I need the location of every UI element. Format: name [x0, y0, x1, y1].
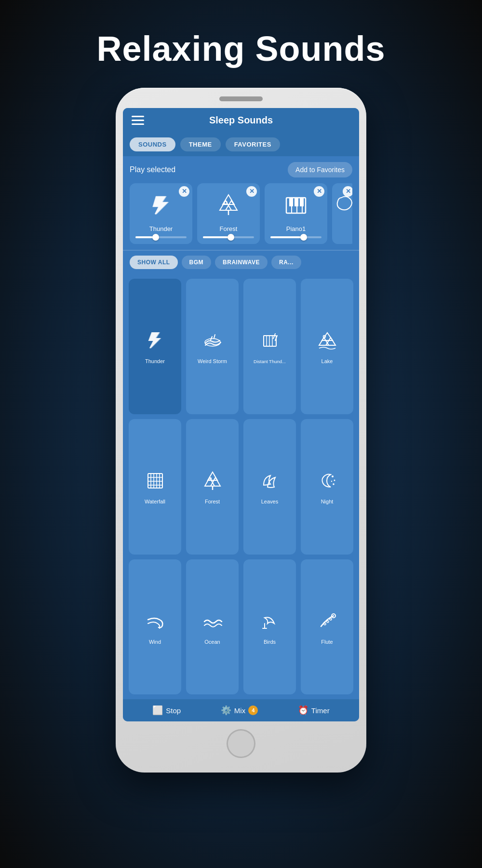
app-header: Sleep Sounds — [123, 108, 359, 133]
waterfall-tile-icon — [145, 471, 165, 495]
waterfall-tile-name: Waterfall — [145, 499, 165, 504]
app-title: Sleep Sounds — [209, 115, 273, 126]
lake-tile-name: Lake — [321, 358, 333, 364]
sound-tile-flute[interactable]: Flute — [301, 559, 353, 695]
weird-storm-tile-name: Weird Storm — [198, 358, 227, 364]
svg-rect-10 — [295, 198, 298, 206]
svg-point-34 — [332, 475, 334, 477]
birds-tile-icon — [260, 611, 280, 635]
tab-bar: SOUNDS THEME FAVORITES — [123, 133, 359, 156]
phone-speaker — [219, 96, 263, 101]
distant-thunder-tile-name: Distant Thund... — [254, 359, 286, 364]
forest-volume-slider[interactable] — [203, 236, 254, 238]
timer-label: Timer — [311, 706, 330, 715]
stop-icon: ⬜ — [152, 705, 163, 716]
partial-icon — [332, 193, 352, 221]
thunder-tile-name: Thunder — [145, 358, 165, 364]
category-bar: SHOW ALL BGM BRAINWAVE RA... — [123, 251, 359, 274]
distant-thunder-tile-icon — [260, 331, 280, 355]
tab-sounds[interactable]: SOUNDS — [130, 137, 175, 151]
selected-piano-card[interactable]: ✕ Piano1 — [265, 183, 327, 244]
sound-tile-weird-storm[interactable]: Weird Storm — [186, 279, 239, 414]
forest-name-selected: Forest — [220, 225, 238, 232]
selected-partial-card: ✕ — [332, 183, 352, 244]
cat-ra[interactable]: RA... — [271, 256, 301, 269]
svg-rect-21 — [148, 474, 162, 488]
mix-label: Mix — [234, 706, 245, 715]
play-selected-label: Play selected — [130, 165, 175, 174]
sound-tile-night[interactable]: Night — [301, 419, 353, 555]
selected-thunder-card[interactable]: ✕ Thunder — [130, 183, 192, 244]
tab-theme[interactable]: THEME — [180, 137, 221, 151]
svg-point-43 — [330, 618, 332, 620]
selected-section: Play selected Add to Favorites ✕ Thunder — [123, 156, 359, 250]
flute-tile-icon — [317, 611, 337, 635]
phone-screen: Sleep Sounds SOUNDS THEME FAVORITES Play… — [123, 108, 359, 721]
wind-tile-icon — [145, 611, 165, 635]
stop-label: Stop — [166, 706, 181, 715]
timer-icon: ⏰ — [298, 705, 308, 716]
svg-marker-17 — [322, 333, 333, 340]
piano-name-selected: Piano1 — [286, 225, 306, 232]
hamburger-menu-icon[interactable] — [132, 116, 144, 125]
svg-marker-1 — [220, 201, 231, 210]
night-tile-icon — [317, 471, 337, 495]
thunder-icon-large — [148, 193, 174, 221]
sound-tile-birds[interactable]: Birds — [243, 559, 296, 695]
close-forest-button[interactable]: ✕ — [246, 186, 257, 197]
flute-tile-name: Flute — [321, 639, 333, 645]
ocean-tile-icon — [202, 611, 223, 635]
bottom-bar: ⬜ Stop ⚙️ Mix 4 ⏰ Timer — [123, 699, 359, 721]
svg-rect-11 — [300, 198, 304, 206]
thunder-volume-slider[interactable] — [135, 236, 187, 238]
thunder-name-selected: Thunder — [149, 225, 173, 232]
weird-storm-tile-icon — [202, 331, 223, 355]
add-to-favorites-button[interactable]: Add to Favorites — [288, 162, 352, 177]
svg-marker-18 — [319, 338, 329, 345]
sound-tile-wind[interactable]: Wind — [129, 559, 181, 695]
home-button[interactable] — [227, 729, 255, 758]
forest-tile-icon — [202, 471, 223, 495]
night-tile-name: Night — [321, 499, 334, 504]
sound-tile-ocean[interactable]: Ocean — [186, 559, 239, 695]
mix-button[interactable]: ⚙️ Mix 4 — [221, 705, 258, 716]
svg-marker-19 — [326, 338, 335, 345]
piano-volume-slider[interactable] — [270, 236, 321, 238]
svg-point-37 — [333, 484, 335, 486]
page-title: Relaxing Sounds — [96, 29, 385, 68]
thunder-tile-icon — [145, 331, 165, 355]
cat-bgm[interactable]: BGM — [182, 256, 212, 269]
svg-point-41 — [324, 623, 326, 625]
forest-icon-large — [216, 193, 241, 221]
selected-sounds-row: ✕ Thunder ✕ — [130, 183, 352, 244]
cat-show-all[interactable]: SHOW ALL — [130, 256, 178, 269]
svg-point-36 — [331, 481, 332, 482]
sound-tile-leaves[interactable]: Leaves — [243, 419, 296, 555]
mix-count-badge: 4 — [248, 705, 258, 715]
mix-icon: ⚙️ — [221, 705, 231, 716]
close-thunder-button[interactable]: ✕ — [179, 186, 189, 197]
leaves-tile-name: Leaves — [261, 499, 278, 504]
close-partial-button[interactable]: ✕ — [343, 186, 352, 197]
sound-tile-lake[interactable]: Lake — [301, 279, 353, 414]
leaves-tile-icon — [260, 471, 280, 495]
forest-tile-name: Forest — [205, 499, 220, 504]
phone-frame: Sleep Sounds SOUNDS THEME FAVORITES Play… — [116, 88, 366, 773]
sound-tile-distant-thunder[interactable]: Distant Thund... — [243, 279, 296, 414]
sound-tile-thunder[interactable]: Thunder — [129, 279, 181, 414]
svg-rect-9 — [289, 198, 293, 206]
cat-brainwave[interactable]: BRAINWAVE — [215, 256, 268, 269]
birds-tile-name: Birds — [264, 639, 276, 645]
selected-header: Play selected Add to Favorites — [130, 162, 352, 177]
ocean-tile-name: Ocean — [204, 639, 220, 645]
piano-icon-large — [283, 193, 308, 221]
sound-tile-waterfall[interactable]: Waterfall — [129, 419, 181, 555]
wind-tile-name: Wind — [149, 639, 161, 645]
tab-favorites[interactable]: FAVORITES — [226, 137, 280, 151]
stop-button[interactable]: ⬜ Stop — [152, 705, 181, 716]
selected-forest-card[interactable]: ✕ Forest — [197, 183, 260, 244]
sound-grid: Thunder Weird Storm — [123, 274, 359, 699]
timer-button[interactable]: ⏰ Timer — [298, 705, 330, 716]
sound-tile-forest[interactable]: Forest — [186, 419, 239, 555]
close-piano-button[interactable]: ✕ — [314, 186, 324, 197]
